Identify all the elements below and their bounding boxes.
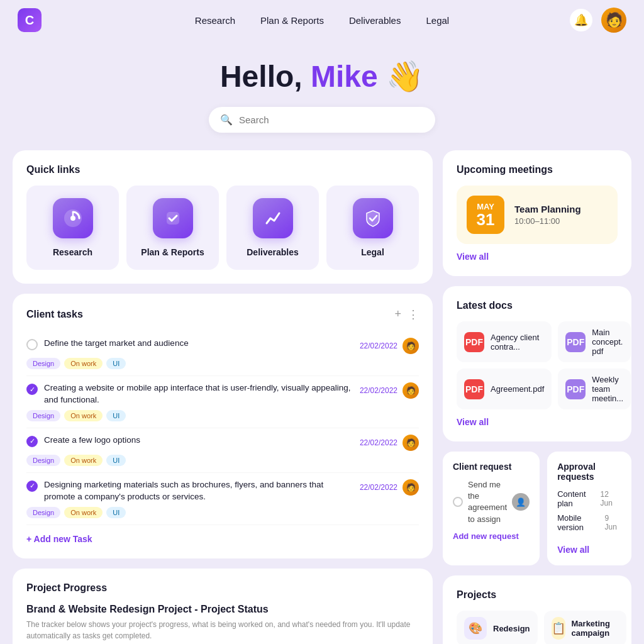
- task-avatar-0: 🧑: [402, 338, 419, 354]
- docs-view-all[interactable]: View all: [457, 417, 489, 427]
- task-checkbox-0[interactable]: [26, 339, 38, 350]
- approval-label-1: Mobile version: [557, 513, 604, 532]
- approval-label-0: Content plan: [557, 489, 600, 508]
- client-request-title: Client request: [453, 462, 530, 472]
- nav-plan-reports[interactable]: Plan & Reports: [260, 15, 324, 26]
- nav-deliverables[interactable]: Deliverables: [349, 15, 401, 26]
- project-icon-marketing: 📋: [552, 617, 565, 640]
- tasks-header: Client tasks + ⋮: [26, 308, 419, 321]
- project-icon-redesign: 🎨: [464, 617, 487, 640]
- meeting-time: 10:00–11:00: [514, 216, 581, 226]
- cr-text: Send me the agreement to assign: [468, 479, 507, 525]
- quick-link-plan[interactable]: Plan & Reports: [126, 186, 219, 270]
- meeting-day: 31: [475, 211, 496, 228]
- task-text-2: Create a few logo options: [44, 435, 353, 447]
- add-task-button[interactable]: + Add new Task: [26, 534, 92, 544]
- meeting-date: May 31: [467, 196, 504, 234]
- quick-links-grid: Research Plan & Reports Deliverables: [26, 186, 419, 270]
- meeting-card: May 31 Team Planning 10:00–11:00: [457, 186, 618, 244]
- quick-link-plan-label: Plan & Reports: [141, 247, 204, 257]
- approval-view-all[interactable]: View all: [557, 545, 589, 555]
- task-tags-1: Design On work UI: [26, 410, 419, 421]
- upcoming-meetings-title: Upcoming meetings: [457, 164, 618, 175]
- tag-onwork-3: On work: [64, 507, 103, 518]
- hero-section: Hello, Mike 👋 🔍: [0, 40, 644, 150]
- task-meta-0: 22/02/2022 🧑: [360, 338, 419, 354]
- project-progress-title: Project Progress: [26, 582, 419, 594]
- doc-icon-2: PDF: [464, 379, 484, 399]
- approval-row-0: Content plan 12 Jun: [557, 489, 621, 508]
- approval-row-1: Mobile version 9 Jun: [557, 513, 621, 532]
- tag-onwork-1: On work: [64, 410, 103, 421]
- client-tasks-card: Client tasks + ⋮ Define the target marke…: [13, 294, 433, 558]
- task-checkbox-3[interactable]: ✓: [26, 480, 38, 492]
- cr-avatar: 👤: [512, 493, 530, 511]
- quick-link-legal[interactable]: Legal: [326, 186, 419, 270]
- doc-item-2[interactable]: PDF Agreement.pdf: [457, 369, 552, 409]
- meeting-info: Team Planning 10:00–11:00: [514, 204, 581, 226]
- meetings-view-all[interactable]: View all: [457, 252, 489, 262]
- doc-item-0[interactable]: PDF Agency client contra...: [457, 321, 552, 362]
- tag-design-2: Design: [26, 455, 60, 466]
- tag-ui-1: UI: [106, 410, 126, 421]
- task-meta-2: 22/02/2022 🧑: [360, 435, 419, 451]
- projects-title: Projects: [457, 589, 618, 601]
- task-checkbox-2[interactable]: ✓: [26, 436, 38, 447]
- hero-title: Hello, Mike 👋: [13, 59, 631, 94]
- tag-ui-2: UI: [106, 455, 126, 466]
- task-tags-3: Design On work UI: [26, 507, 419, 518]
- approval-requests-card: Approval requests Content plan 12 Jun Mo…: [547, 452, 631, 565]
- tasks-actions: + ⋮: [394, 308, 419, 321]
- task-date-0: 22/02/2022: [360, 341, 397, 350]
- bell-icon[interactable]: 🔔: [570, 9, 592, 31]
- doc-icon-0: PDF: [464, 332, 484, 352]
- project-item-0[interactable]: 🎨 Redesign: [457, 611, 538, 644]
- quick-link-research-icon: [53, 198, 93, 238]
- quick-link-deliverables-label: Deliverables: [247, 247, 299, 257]
- project-item-1[interactable]: 📋 Marketing campaign: [544, 611, 626, 644]
- task-item-3: ✓ Designing marketing materials such as …: [26, 473, 419, 525]
- quick-links-title: Quick links: [26, 164, 419, 175]
- task-item-2: ✓ Create a few logo options 22/02/2022 🧑…: [26, 428, 419, 473]
- quick-link-deliverables[interactable]: Deliverables: [226, 186, 319, 270]
- doc-icon-3: PDF: [565, 379, 586, 399]
- client-request-row: Send me the agreement to assign 👤: [453, 479, 530, 525]
- quick-link-research[interactable]: Research: [26, 186, 119, 270]
- doc-name-2: Agreement.pdf: [491, 384, 544, 394]
- project-name-0: Redesign: [493, 624, 530, 633]
- latest-docs-card: Latest docs PDF Agency client contra... …: [443, 286, 631, 441]
- logo-text: C: [25, 13, 34, 28]
- nav-legal[interactable]: Legal: [426, 15, 449, 26]
- latest-docs-title: Latest docs: [457, 300, 618, 311]
- add-request-button[interactable]: Add new request: [453, 531, 519, 541]
- left-column: Quick links Research Plan & Reports: [13, 150, 433, 644]
- quick-link-legal-icon: [353, 198, 393, 238]
- doc-icon-1: PDF: [565, 332, 586, 352]
- quick-link-legal-label: Legal: [361, 247, 384, 257]
- project-subtitle: Brand & Website Redesign Project - Proje…: [26, 604, 419, 615]
- cr-checkbox[interactable]: [453, 497, 463, 507]
- task-text-0: Define the target market and audience: [44, 338, 353, 350]
- doc-item-1[interactable]: PDF Main concept. pdf: [558, 321, 631, 362]
- task-checkbox-1[interactable]: ✓: [26, 384, 38, 395]
- nav-links: Research Plan & Reports Deliverables Leg…: [195, 15, 449, 26]
- doc-name-3: Weekly team meetin...: [592, 375, 623, 403]
- tag-ui: UI: [106, 358, 126, 369]
- task-text-3: Designing marketing materials such as br…: [44, 479, 353, 503]
- task-avatar-2: 🧑: [402, 435, 419, 451]
- search-bar: 🔍: [209, 107, 435, 133]
- doc-name-0: Agency client contra...: [491, 333, 544, 352]
- tag-design: Design: [26, 358, 60, 369]
- add-task-icon[interactable]: +: [394, 308, 401, 321]
- search-input[interactable]: [239, 114, 424, 125]
- nav-research[interactable]: Research: [195, 15, 235, 26]
- docs-grid: PDF Agency client contra... PDF Main con…: [457, 321, 618, 409]
- tag-onwork-2: On work: [64, 455, 103, 466]
- more-options-icon[interactable]: ⋮: [408, 308, 419, 321]
- doc-item-3[interactable]: PDF Weekly team meetin...: [558, 369, 631, 409]
- client-tasks-title: Client tasks: [26, 309, 83, 320]
- logo[interactable]: C: [18, 8, 42, 32]
- avatar[interactable]: 🧑: [601, 8, 626, 33]
- tag-onwork: On work: [64, 358, 103, 369]
- project-description: The tracker below shows your project's p…: [26, 619, 419, 641]
